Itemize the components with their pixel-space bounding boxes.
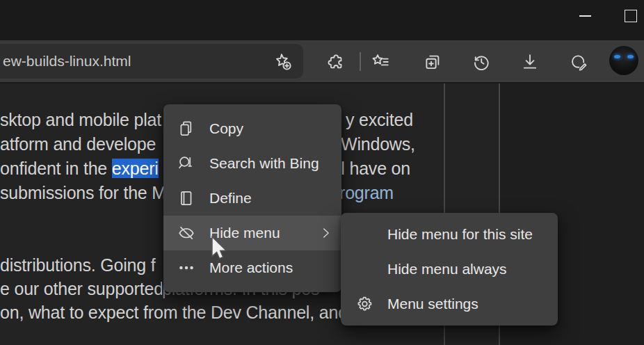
web-capture-icon	[569, 52, 588, 72]
chevron-right-icon	[318, 225, 333, 241]
menu-item-label: Define	[209, 190, 252, 207]
favorites-button[interactable]	[369, 51, 392, 73]
submenu-item-hide-always[interactable]: Hide menu always	[341, 252, 558, 287]
body-text-line: Windows,	[341, 134, 415, 154]
body-text: onfident in the	[0, 159, 112, 178]
collections-icon	[423, 52, 442, 72]
body-text-line: on, what to expect from the Dev Channel,…	[0, 303, 362, 323]
menu-item-search-with-bing[interactable]: Search with Bing	[163, 146, 341, 181]
title-bar	[0, 0, 644, 40]
selected-text: experi	[112, 159, 159, 178]
minimize-button[interactable]	[573, 4, 597, 28]
define-icon	[163, 189, 209, 207]
context-menu: Copy Search with Bing Define	[163, 104, 341, 292]
copy-icon	[163, 120, 209, 138]
profile-avatar[interactable]	[609, 46, 638, 75]
menu-item-copy[interactable]: Copy	[163, 111, 341, 146]
menu-item-label: Search with Bing	[209, 155, 319, 172]
toolbar-divider	[360, 52, 361, 71]
hide-menu-submenu: Hide menu for this site Hide menu always…	[341, 213, 558, 326]
body-text-link[interactable]: rogram	[339, 183, 394, 203]
browser-window: ew-builds-linux.html	[0, 0, 644, 345]
eye-off-icon	[163, 224, 209, 242]
bookmark-add-icon[interactable]	[273, 51, 292, 74]
gear-icon	[341, 295, 387, 313]
submenu-item-hide-for-site[interactable]: Hide menu for this site	[341, 217, 558, 252]
more-ellipsis-icon	[163, 259, 209, 277]
body-text-line: atform and develope	[0, 134, 165, 154]
favorites-star-icon	[371, 52, 390, 72]
menu-item-define[interactable]: Define	[163, 181, 341, 216]
body-text-line: distributions. Going f	[0, 255, 165, 275]
history-clock-icon	[472, 52, 491, 72]
url-text[interactable]: ew-builds-linux.html	[3, 44, 131, 79]
extensions-puzzle-icon	[325, 53, 344, 72]
avatar-eye-left	[614, 55, 620, 58]
menu-item-hide-menu[interactable]: Hide menu	[163, 216, 341, 250]
extensions-button[interactable]	[323, 51, 346, 73]
maximize-icon	[625, 10, 637, 22]
menu-item-more-actions[interactable]: More actions	[163, 250, 341, 285]
submenu-item-menu-settings[interactable]: Menu settings	[341, 287, 558, 321]
browser-toolbar: ew-builds-linux.html	[0, 40, 644, 83]
body-text-line: y excited	[346, 110, 413, 130]
body-text-line: ll have on	[337, 159, 410, 179]
avatar-eye-right	[627, 55, 634, 58]
download-arrow-icon	[520, 52, 540, 72]
search-icon	[163, 154, 209, 172]
mouse-cursor	[211, 236, 227, 262]
minimize-icon	[579, 15, 591, 17]
menu-item-label: Copy	[209, 120, 243, 137]
submenu-item-label: Menu settings	[387, 296, 478, 312]
body-text-line: e our other supported	[0, 279, 162, 299]
web-capture-button[interactable]	[567, 51, 590, 73]
address-bar[interactable]: ew-builds-linux.html	[0, 44, 303, 79]
history-button[interactable]	[470, 51, 492, 73]
submenu-item-label: Hide menu for this site	[387, 226, 533, 243]
downloads-button[interactable]	[519, 51, 541, 73]
collections-button[interactable]	[421, 51, 444, 73]
maximize-button[interactable]	[619, 4, 643, 28]
body-text-line: onfident in the experi	[0, 159, 165, 179]
body-text-line: submissions for the M	[0, 183, 165, 203]
submenu-item-label: Hide menu always	[387, 261, 507, 278]
body-text-line: sktop and mobile plat	[0, 110, 165, 130]
